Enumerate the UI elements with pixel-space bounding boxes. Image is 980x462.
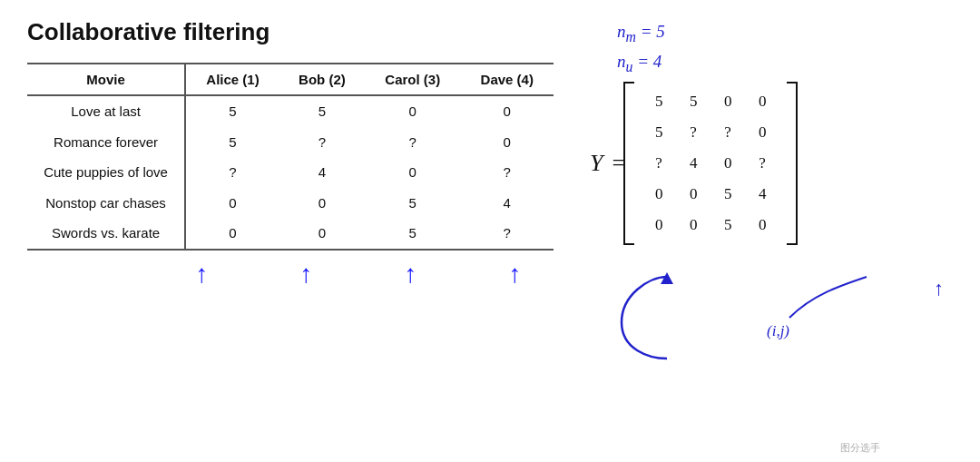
cell-alice-2: ? <box>185 157 279 188</box>
arrow-dave: ↑ <box>463 260 567 289</box>
curved-arrow-annotation: (i,j) <box>594 268 903 377</box>
matrix-cell-0-0: 5 <box>642 86 676 117</box>
rating-table: Movie Alice (1) Bob (2) Carol (3) Dave (… <box>27 63 554 251</box>
table-row: Romance forever 5 ? ? 0 <box>27 127 554 158</box>
cell-alice-0: 5 <box>185 95 279 127</box>
matrix-cell-1-3: 0 <box>745 117 779 148</box>
table-header-row: Movie Alice (1) Bob (2) Carol (3) Dave (… <box>27 64 554 95</box>
cell-carol-2: 0 <box>365 157 461 188</box>
matrix-cell-3-0: 0 <box>642 179 676 210</box>
header-bob: Bob (2) <box>279 64 365 95</box>
matrix-cell-1-2: ? <box>710 117 745 148</box>
cell-dave-0: 0 <box>461 95 554 127</box>
matrix-cell-1-0: 5 <box>642 117 676 148</box>
table-row: Cute puppies of love ? 4 0 ? <box>27 157 554 188</box>
table-row: Love at last 5 5 0 0 <box>27 95 554 127</box>
header-carol: Carol (3) <box>365 64 461 95</box>
matrix-cell-2-2: 0 <box>710 148 745 179</box>
matrix-cell-4-0: 0 <box>642 210 676 241</box>
arrow-bob: ↑ <box>254 260 358 289</box>
header-movie: Movie <box>27 64 185 95</box>
bracket-left <box>623 82 634 245</box>
math-labels: nm = 5 nu = 4 <box>617 18 665 78</box>
cell-movie-1: Romance forever <box>27 127 185 158</box>
main-container: Collaborative filtering Movie Alice (1) … <box>0 0 980 462</box>
cell-bob-2: 4 <box>279 157 365 188</box>
matrix-cell-0-3: 0 <box>745 86 779 117</box>
matrix-cell-2-0: ? <box>642 148 676 179</box>
cell-movie-3: Nonstop car chases <box>27 188 185 219</box>
matrix-cell-2-1: 4 <box>676 148 710 179</box>
bracket-right <box>787 82 798 245</box>
table-body: Love at last 5 5 0 0 Romance forever 5 ?… <box>27 95 554 250</box>
watermark: 图分选手 <box>840 441 880 455</box>
cell-dave-1: 0 <box>461 127 554 158</box>
cell-movie-2: Cute puppies of love <box>27 157 185 188</box>
matrix-cell-0-1: 5 <box>676 86 710 117</box>
header-dave: Dave (4) <box>461 64 554 95</box>
matrix-cell-3-2: 5 <box>710 179 745 210</box>
cell-alice-4: 0 <box>185 218 279 250</box>
header-alice: Alice (1) <box>185 64 279 95</box>
cell-dave-4: ? <box>461 218 554 250</box>
page-title: Collaborative filtering <box>27 18 572 46</box>
svg-text:(i,j): (i,j) <box>767 322 789 339</box>
matrix-cell-0-2: 0 <box>710 86 745 117</box>
arrow-carol: ↑ <box>358 260 463 289</box>
cell-carol-1: ? <box>365 127 461 158</box>
nu-label: nu = 4 <box>617 48 665 78</box>
cell-alice-3: 0 <box>185 188 279 219</box>
matrix-cell-3-3: 4 <box>745 179 779 210</box>
matrix-wrapper: 55005??0?40?00540050 <box>634 82 787 245</box>
cell-carol-4: 5 <box>365 218 461 250</box>
cell-bob-1: ? <box>279 127 365 158</box>
y-label: Y <box>590 150 603 177</box>
cell-alice-1: 5 <box>185 127 279 158</box>
matrix-cell-1-1: ? <box>676 117 710 148</box>
matrix-cell-4-3: 0 <box>745 210 779 241</box>
table-row: Nonstop car chases 0 0 5 4 <box>27 188 554 219</box>
matrix-cell-2-3: ? <box>745 148 779 179</box>
cell-carol-0: 0 <box>365 95 461 127</box>
nm-label: nm = 5 <box>617 18 665 48</box>
cell-carol-3: 5 <box>365 188 461 219</box>
arrow-alice: ↑ <box>150 260 254 289</box>
right-section: nm = 5 nu = 4 Y = 55005??0?40?00540050 (… <box>590 18 953 444</box>
table-row: Swords vs. karate 0 0 5 ? <box>27 218 554 250</box>
cell-movie-4: Swords vs. karate <box>27 218 185 250</box>
top-right-arrow: ↑ <box>934 277 944 300</box>
cell-dave-2: ? <box>461 157 554 188</box>
matrix-cell-3-1: 0 <box>676 179 710 210</box>
cell-bob-4: 0 <box>279 218 365 250</box>
cell-movie-0: Love at last <box>27 95 185 127</box>
column-arrows: ↑ ↑ ↑ ↑ <box>27 260 572 289</box>
matrix-grid: 55005??0?40?00540050 <box>634 82 787 245</box>
cell-bob-0: 5 <box>279 95 365 127</box>
left-section: Collaborative filtering Movie Alice (1) … <box>27 18 590 444</box>
matrix-cell-4-1: 0 <box>676 210 710 241</box>
y-equation: Y = 55005??0?40?00540050 <box>590 82 787 245</box>
cell-bob-3: 0 <box>279 188 365 219</box>
matrix-cell-4-2: 5 <box>710 210 745 241</box>
cell-dave-3: 4 <box>461 188 554 219</box>
